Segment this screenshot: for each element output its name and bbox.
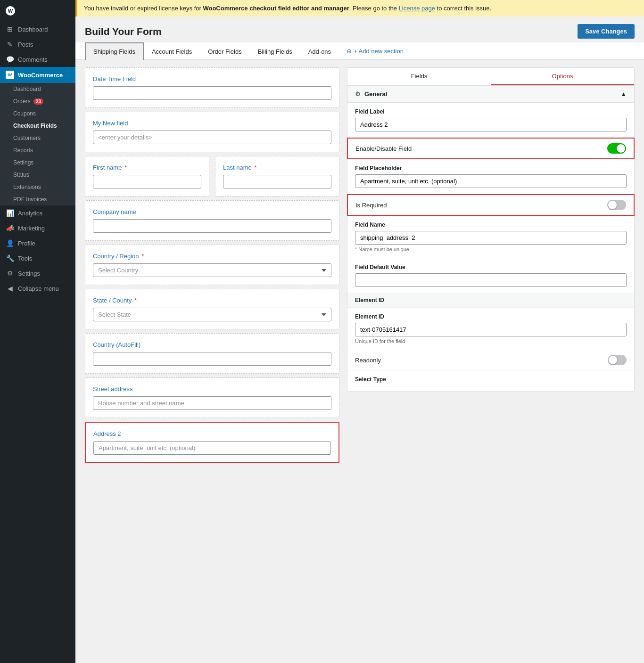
- field-card-datetime: Date Time Field: [85, 67, 339, 108]
- field-card-state: State / County * Select State: [85, 289, 339, 329]
- field-input-first-name[interactable]: [93, 175, 201, 188]
- orders-badge: 23: [33, 98, 43, 105]
- add-new-section-button[interactable]: ⊕ + Add new section: [339, 43, 411, 59]
- field-input-company[interactable]: [93, 219, 331, 233]
- marketing-icon: 📣: [6, 224, 14, 232]
- sidebar-item-woo-orders[interactable]: Orders 23: [0, 95, 75, 107]
- sidebar-item-pdf-invoices[interactable]: PDF Invoices: [0, 193, 75, 205]
- sidebar-item-checkout-fields[interactable]: Checkout Fields: [0, 120, 75, 132]
- form-group-placeholder: Field Placeholder: [347, 159, 634, 194]
- license-link[interactable]: License page: [399, 5, 435, 12]
- sidebar-item-label: Profile: [18, 240, 35, 247]
- field-input-street-address[interactable]: [93, 396, 331, 410]
- options-tabs: Fields Options: [347, 68, 634, 86]
- sidebar-item-reports[interactable]: Reports: [0, 144, 75, 156]
- sidebar-item-comments[interactable]: 💬 Comments: [0, 52, 75, 67]
- sidebar-item-woocommerce[interactable]: W WooCommerce: [0, 67, 75, 83]
- sidebar-item-profile[interactable]: 👤 Profile: [0, 236, 75, 251]
- sidebar-item-posts[interactable]: ✎ Posts: [0, 37, 75, 52]
- page-header: Build Your Form Save Changes: [75, 16, 644, 42]
- field-select-country[interactable]: Select Country: [93, 263, 331, 277]
- sidebar-item-woo-coupons[interactable]: Coupons: [0, 107, 75, 120]
- placeholder-label: Field Placeholder: [355, 165, 627, 172]
- sidebar-item-extensions[interactable]: Extensions: [0, 181, 75, 193]
- field-label-datetime: Date Time Field: [93, 75, 331, 82]
- tab-shipping-fields[interactable]: Shipping Fields: [85, 42, 144, 60]
- notice-text: You have invalid or expired license keys…: [84, 5, 491, 12]
- field-input-last-name[interactable]: [223, 175, 331, 188]
- readonly-toggle[interactable]: [608, 355, 627, 365]
- tab-account-fields[interactable]: Account Fields: [144, 43, 200, 60]
- required-marker: *: [134, 297, 137, 304]
- field-input-datetime[interactable]: [93, 86, 331, 100]
- sidebar-item-analytics[interactable]: 📊 Analytics: [0, 205, 75, 221]
- field-card-address2: Address 2: [85, 422, 339, 463]
- field-input-address2[interactable]: [93, 441, 331, 455]
- sidebar-item-label: Comments: [18, 56, 48, 63]
- notice-bar: You have invalid or expired license keys…: [75, 0, 644, 16]
- tab-options[interactable]: Options: [491, 68, 634, 85]
- general-section-header[interactable]: ⚙ General ▲: [347, 86, 634, 103]
- plus-circle-icon: ⊕: [347, 48, 352, 55]
- field-name-input[interactable]: [355, 231, 627, 245]
- field-row-names: First name * Last name *: [85, 156, 339, 200]
- analytics-icon: 📊: [6, 209, 14, 217]
- field-label-input[interactable]: [355, 118, 627, 131]
- default-value-input[interactable]: [355, 273, 627, 287]
- placeholder-input[interactable]: [355, 174, 627, 188]
- field-label-my-new-field: My New field: [93, 120, 331, 127]
- element-id-input[interactable]: [355, 323, 627, 336]
- sidebar-item-marketing[interactable]: 📣 Marketing: [0, 221, 75, 236]
- element-id-section-label: Element ID: [355, 297, 384, 303]
- required-marker: *: [124, 164, 127, 171]
- field-card-my-new-field: My New field: [85, 112, 339, 152]
- sidebar-item-collapse[interactable]: ◀ Collapse menu: [0, 281, 75, 296]
- sidebar-item-label: Tools: [18, 255, 32, 262]
- enable-disable-toggle[interactable]: [607, 143, 626, 154]
- field-card-street-address: Street address: [85, 377, 339, 418]
- sidebar-item-woo-settings[interactable]: Settings: [0, 156, 75, 169]
- form-group-element-id: Element ID Unique ID for the field: [347, 308, 634, 350]
- sidebar-item-label: Marketing: [18, 225, 45, 232]
- sidebar-logo: W: [0, 0, 75, 22]
- toggle-slider-on: [607, 143, 626, 154]
- sidebar-item-settings[interactable]: ⚙ Settings: [0, 266, 75, 281]
- save-changes-button[interactable]: Save Changes: [578, 24, 635, 39]
- tab-addons[interactable]: Add-ons: [300, 43, 339, 60]
- woocommerce-submenu: Dashboard Orders 23 Coupons Checkout Fie…: [0, 83, 75, 205]
- toggle-row-enable-disable: Enable/Disable Field: [347, 138, 635, 159]
- sidebar-item-customers[interactable]: Customers: [0, 132, 75, 144]
- sidebar-item-label: Settings: [18, 270, 40, 277]
- field-select-state[interactable]: Select State: [93, 308, 331, 321]
- enable-disable-label: Enable/Disable Field: [355, 145, 412, 152]
- dashboard-icon: ⊞: [6, 25, 14, 33]
- general-section-label: General: [364, 90, 387, 98]
- tab-fields[interactable]: Fields: [347, 68, 491, 85]
- wp-logo-icon: W: [6, 6, 15, 16]
- sidebar-item-label: Analytics: [18, 210, 42, 217]
- field-label-company: Company name: [93, 208, 331, 215]
- element-id-label: Element ID: [355, 313, 627, 320]
- field-name-help: * Name must be unique: [355, 246, 627, 252]
- page-title: Build Your Form: [85, 26, 162, 37]
- sidebar-item-label: Posts: [18, 41, 33, 48]
- field-label-country-autofill: Country (AutoFill): [93, 341, 331, 348]
- field-card-company: Company name: [85, 200, 339, 241]
- chevron-up-icon: ▲: [620, 90, 627, 98]
- form-group-default-value: Field Default Value: [347, 258, 634, 293]
- tab-billing-fields[interactable]: Billing Fields: [250, 43, 300, 60]
- field-label-state: State / County *: [93, 297, 331, 304]
- form-group-field-label: Field Label: [347, 103, 634, 138]
- sidebar-item-woo-dashboard[interactable]: Dashboard: [0, 83, 75, 95]
- is-required-toggle[interactable]: [607, 200, 626, 210]
- toggle-row-readonly: Readonly: [347, 350, 634, 370]
- tab-order-fields[interactable]: Order Fields: [200, 43, 250, 60]
- sidebar-item-dashboard[interactable]: ⊞ Dashboard: [0, 22, 75, 37]
- sidebar-item-tools[interactable]: 🔧 Tools: [0, 251, 75, 266]
- is-required-label: Is Required: [355, 202, 387, 209]
- field-input-my-new-field[interactable]: [93, 131, 331, 144]
- field-input-country-autofill[interactable]: [93, 352, 331, 366]
- sidebar-item-status[interactable]: Status: [0, 169, 75, 181]
- field-label-address2: Address 2: [93, 430, 331, 437]
- sidebar: W ⊞ Dashboard ✎ Posts 💬 Comments W WooCo…: [0, 0, 75, 663]
